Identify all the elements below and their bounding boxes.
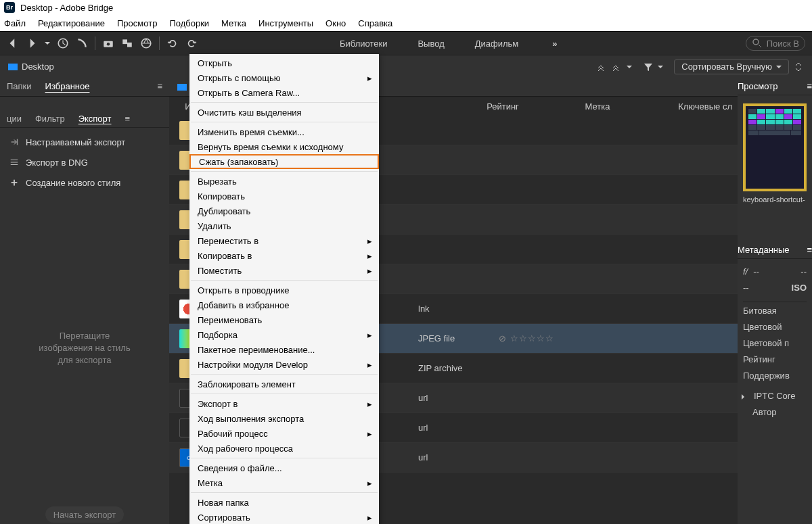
camera-download-icon[interactable]: [102, 37, 114, 49]
context-menu: ОткрытьОткрыть с помощью▸Открыть в Camer…: [189, 54, 379, 524]
context-menu-item[interactable]: Заблокировать элемент: [189, 377, 379, 391]
forward-icon[interactable]: [26, 37, 38, 49]
context-menu-item[interactable]: Удалить: [189, 218, 379, 233]
context-menu-item[interactable]: Сжать (запаковать): [189, 154, 379, 169]
context-menu-item[interactable]: Вырезать: [189, 174, 379, 189]
iptc-toggle-icon[interactable]: [742, 394, 747, 400]
context-menu-item[interactable]: Новая папка: [189, 495, 379, 510]
back-icon[interactable]: [7, 37, 19, 49]
file-type: url: [418, 423, 428, 433]
menu-tools[interactable]: Инструменты: [258, 18, 313, 28]
menu-bar: Файл Редактирование Просмотр Подборки Ме…: [0, 15, 812, 31]
metadata-field: Битовая: [743, 302, 807, 318]
submenu-arrow-icon: ▸: [367, 360, 372, 370]
context-menu-item[interactable]: Добавить в избранное: [189, 297, 379, 312]
path-bar: Desktop Сортировать Вручную: [0, 55, 812, 78]
tab-filmstrip[interactable]: Диафильм: [475, 39, 519, 49]
funnel-icon[interactable]: [643, 62, 654, 72]
context-menu-item[interactable]: Сортировать▸: [189, 510, 379, 524]
filter-stars2-icon[interactable]: [612, 62, 623, 72]
export-custom[interactable]: Настраиваемый экспорт: [0, 132, 169, 152]
context-menu-item[interactable]: Открыть в проводнике: [189, 283, 379, 297]
filter-dropdown-icon[interactable]: [627, 66, 632, 71]
main-area: Папки Избранное ≡ ции Фильтр Экспорт ≡ Н…: [0, 78, 812, 524]
tab-output[interactable]: Вывод: [418, 39, 444, 49]
boomerang-icon[interactable]: [76, 37, 88, 49]
context-menu-item[interactable]: Открыть с помощью▸: [189, 70, 379, 85]
rating-stars[interactable]: ⊘ ☆☆☆☆☆: [499, 333, 554, 343]
submenu-arrow-icon: ▸: [367, 429, 372, 439]
recent-icon[interactable]: [57, 37, 69, 49]
context-menu-item[interactable]: Открыть в Camera Raw...: [189, 85, 379, 100]
menu-label[interactable]: Метка: [221, 18, 246, 28]
context-menu-item[interactable]: Пакетное переименование...: [189, 342, 379, 357]
tab-favorites[interactable]: Избранное: [45, 81, 90, 93]
rotate-ccw-icon[interactable]: [166, 37, 179, 49]
aperture-icon[interactable]: [140, 37, 152, 49]
rotate-cw-icon[interactable]: [185, 37, 198, 49]
context-menu-item[interactable]: Сведения о файле...: [189, 460, 379, 475]
context-menu-item[interactable]: Копировать в▸: [189, 248, 379, 263]
history-dropdown-icon[interactable]: [45, 42, 50, 47]
menu-window[interactable]: Окно: [325, 18, 346, 28]
sort-button[interactable]: Сортировать Вручную: [674, 59, 789, 74]
start-export-button[interactable]: Начать экспорт: [45, 506, 125, 523]
file-type: ZIP archive: [418, 363, 463, 373]
menu-stacks[interactable]: Подборки: [169, 18, 209, 28]
filter-stars-icon[interactable]: [597, 62, 608, 72]
context-menu-item[interactable]: Открыть: [189, 55, 379, 70]
context-menu-item[interactable]: Ход выполнения экспорта: [189, 411, 379, 426]
menu-file[interactable]: Файл: [4, 18, 26, 28]
sort-direction-icon[interactable]: [793, 62, 804, 72]
export-drop-area[interactable]: Перетащите изображения на стиль для эксп…: [0, 197, 169, 500]
iptc-core-label[interactable]: IPTC Core: [754, 391, 795, 401]
submenu-arrow-icon: ▸: [367, 399, 372, 409]
iso-label: ISO: [792, 283, 807, 293]
metadata-menu-icon[interactable]: ≡: [807, 245, 812, 255]
preview-menu-icon[interactable]: ≡: [807, 81, 812, 91]
context-menu-item[interactable]: Подборка▸: [189, 327, 379, 342]
subpanel-menu-icon[interactable]: ≡: [125, 114, 131, 124]
tab-libraries[interactable]: Библиотеки: [340, 39, 387, 49]
context-menu-item[interactable]: Переместить в▸: [189, 233, 379, 248]
file-type: url: [418, 452, 428, 462]
subtab-filter[interactable]: Фильтр: [35, 114, 65, 124]
search-placeholder: Поиск B: [767, 39, 799, 49]
window-title: Desktop - Adobe Bridge: [20, 3, 113, 13]
sort-label: Сортировать Вручную: [681, 62, 772, 72]
preview-thumbnail: [743, 103, 807, 191]
header-label[interactable]: Метка: [554, 101, 641, 112]
menu-edit[interactable]: Редактирование: [38, 18, 105, 28]
path-label[interactable]: Desktop: [22, 62, 54, 72]
submenu-arrow-icon: ▸: [367, 330, 372, 340]
panel-menu-icon[interactable]: ≡: [157, 81, 162, 93]
funnel-dropdown-icon[interactable]: [658, 66, 663, 71]
context-menu-item[interactable]: Настройки модуля Develop▸: [189, 357, 379, 372]
toolbar: Библиотеки Вывод Диафильм » Поиск B: [0, 31, 812, 55]
tab-folders[interactable]: Папки: [7, 81, 32, 93]
refine-icon[interactable]: [121, 37, 133, 49]
context-menu-item[interactable]: Ход рабочего процесса: [189, 441, 379, 456]
context-menu-item[interactable]: Рабочий процесс▸: [189, 426, 379, 441]
subtab-options[interactable]: ции: [7, 114, 22, 124]
context-menu-item[interactable]: Метка▸: [189, 475, 379, 490]
context-menu-item[interactable]: Экспорт в▸: [189, 396, 379, 411]
menu-help[interactable]: Справка: [358, 18, 392, 28]
header-keywords[interactable]: Ключевые сл: [641, 101, 738, 112]
context-menu-item[interactable]: Вернуть время съемки к исходному: [189, 139, 379, 154]
metadata-field: Цветовой: [743, 318, 807, 335]
export-dng[interactable]: Экспорт в DNG: [0, 152, 169, 172]
context-menu-item[interactable]: Дублировать: [189, 204, 379, 218]
export-new-style[interactable]: Создание нового стиля: [0, 172, 169, 193]
subtab-export[interactable]: Экспорт: [78, 114, 112, 124]
search-field[interactable]: Поиск B: [746, 36, 805, 51]
context-menu-item[interactable]: Копировать: [189, 189, 379, 204]
header-rating[interactable]: Рейтинг: [452, 101, 554, 112]
context-menu-item[interactable]: Изменить время съемки...: [189, 124, 379, 139]
context-menu-item[interactable]: Очистить кэш выделения: [189, 105, 379, 120]
context-menu-item[interactable]: Переименовать: [189, 312, 379, 327]
context-menu-item[interactable]: Поместить▸: [189, 263, 379, 278]
menu-view[interactable]: Просмотр: [117, 18, 157, 28]
svg-rect-3: [122, 39, 127, 44]
more-icon[interactable]: »: [552, 39, 557, 49]
